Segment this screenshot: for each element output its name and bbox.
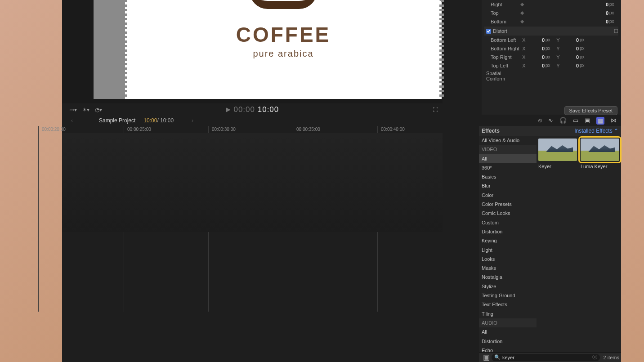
timeline-ruler[interactable]: 00:00:20:00 00:00:25:00 00:00:30:00 00:0…: [62, 126, 443, 133]
ruler-mark: 00:00:25:00: [127, 127, 151, 132]
effects-category-360-[interactable]: 360°: [479, 163, 537, 172]
timeline-header: ‹ Sample Project 10:00 / 10:00 › ⎋ ∿ 🎧 ▭…: [62, 116, 621, 125]
coffee-subtitle: pure arabica: [253, 49, 313, 59]
effects-browser-panel: Effects Installed Effects ⌃ All Video & …: [479, 126, 621, 362]
coffee-label-graphic: COFFEE pure arabica: [125, 0, 442, 99]
effects-category-color[interactable]: Color: [479, 191, 537, 200]
effect-luma-keyer[interactable]: Luma Keyer: [581, 139, 619, 169]
effects-category-all[interactable]: All: [479, 327, 537, 336]
effects-category-nostalgia[interactable]: Nostalgia: [479, 273, 537, 282]
effects-header: Effects Installed Effects ⌃: [479, 126, 621, 136]
ruler-mark: 00:00:40:00: [381, 127, 405, 132]
inspector-panel: Right ◆ 0px Top ◆ 0px Bottom ◆ 0px Disto…: [482, 0, 621, 115]
effects-category-all-video-audio[interactable]: All Video & Audio: [479, 136, 537, 145]
effects-search-input[interactable]: 🔍 keyer ⓧ: [492, 354, 600, 361]
background-left: [0, 0, 62, 362]
effects-category-tiling[interactable]: Tiling: [479, 309, 537, 318]
effects-library-icon[interactable]: ▣: [481, 353, 492, 362]
spatial-conform-row[interactable]: Spatial Conform: [484, 72, 618, 80]
coffee-logo-icon: [250, 0, 317, 9]
effects-category-distortion[interactable]: Distortion: [479, 227, 537, 236]
keyframe-icon[interactable]: ◆: [520, 1, 529, 7]
effect-thumbnail: [581, 139, 619, 161]
effects-category-light[interactable]: Light: [479, 246, 537, 255]
app-window: COFFEE pure arabica ▭▾ ✶▾ ◔▾ ▶ 00:00 10:…: [62, 0, 621, 362]
distort-top-right-row[interactable]: Top Right X0px Y0px: [484, 53, 618, 61]
timeline-view-tools: ⎋ ∿ 🎧 ▭ ▣ ▦ ⋈: [538, 117, 621, 125]
effect-keyer[interactable]: Keyer: [538, 139, 577, 169]
effects-category-basics[interactable]: Basics: [479, 172, 537, 181]
crop-right-row[interactable]: Right ◆ 0px: [484, 0, 618, 9]
coffee-title: COFFEE: [236, 22, 331, 47]
snapping-icon[interactable]: ▭: [573, 117, 578, 125]
timeline-next-icon[interactable]: ›: [192, 117, 193, 124]
effects-category-comic-looks[interactable]: Comic Looks: [479, 209, 537, 218]
distort-top-left-row[interactable]: Top Left X0px Y0px: [484, 61, 618, 70]
distort-checkbox[interactable]: [486, 29, 491, 34]
effects-category-custom[interactable]: Custom: [479, 218, 537, 227]
viewer-timecode[interactable]: ▶ 00:00 10:00: [226, 105, 279, 114]
solo-icon[interactable]: 🎧: [559, 117, 567, 125]
crop-bottom-row[interactable]: Bottom ◆ 0px: [484, 17, 618, 26]
ruler-mark: 00:00:35:00: [296, 127, 320, 132]
timeline-body[interactable]: [62, 133, 443, 232]
timeline-index-icon[interactable]: ▣: [585, 117, 590, 125]
play-icon[interactable]: ▶: [226, 106, 231, 113]
effects-category-blur[interactable]: Blur: [479, 181, 537, 190]
timeline-current-time[interactable]: 10:00: [143, 117, 157, 124]
distort-reveal-icon[interactable]: ☐: [614, 28, 618, 34]
effects-category-audio[interactable]: AUDIO: [479, 318, 537, 327]
effect-thumbnail: [538, 139, 577, 161]
ruler-mark: 00:00:20:00: [42, 127, 66, 132]
search-icon: 🔍: [494, 354, 501, 360]
view-options-icon[interactable]: ▭▾: [67, 107, 80, 113]
distort-label: Distort: [493, 28, 507, 34]
effects-category-looks[interactable]: Looks: [479, 255, 537, 264]
crop-top-row[interactable]: Top ◆ 0px: [484, 9, 618, 17]
transitions-browser-icon[interactable]: ⋈: [611, 117, 617, 125]
transform-tool-icon[interactable]: ✶▾: [80, 107, 92, 113]
effects-category-masks[interactable]: Masks: [479, 264, 537, 273]
viewer-toolbar: ▭▾ ✶▾ ◔▾ ▶ 00:00 10:00 ⛶: [62, 104, 443, 115]
keyframe-icon[interactable]: ◆: [520, 18, 529, 24]
distort-bottom-right-row[interactable]: Bottom Right X0px Y0px: [484, 44, 618, 53]
effects-category-distortion[interactable]: Distortion: [479, 337, 537, 346]
viewer-canvas[interactable]: COFFEE pure arabica: [94, 0, 410, 99]
retime-tool-icon[interactable]: ◔▾: [92, 107, 105, 113]
distort-section-header[interactable]: Distort ☐: [484, 27, 618, 36]
effects-browser-icon[interactable]: ▦: [596, 117, 604, 125]
effects-result-count: 2 items: [604, 355, 619, 360]
installed-effects-dropdown[interactable]: Installed Effects ⌃: [574, 128, 618, 134]
effects-category-text-effects[interactable]: Text Effects: [479, 300, 537, 309]
clear-search-icon[interactable]: ⓧ: [592, 354, 597, 361]
keyframe-icon[interactable]: ◆: [520, 10, 529, 16]
effects-title: Effects: [482, 128, 574, 134]
project-name[interactable]: Sample Project: [99, 117, 135, 124]
ruler-mark: 00:00:30:00: [212, 127, 236, 132]
effects-category-all[interactable]: All: [479, 154, 537, 163]
effects-category-video[interactable]: VIDEO: [479, 145, 537, 154]
effects-category-list[interactable]: All Video & AudioVIDEOAll360°BasicsBlurC…: [479, 136, 537, 352]
audio-skimming-icon[interactable]: ∿: [548, 117, 553, 125]
effects-grid[interactable]: Keyer Luma Keyer: [537, 136, 621, 352]
effects-category-stylize[interactable]: Stylize: [479, 282, 537, 291]
effects-search-bar: ▣ 🔍 keyer ⓧ 2 items: [479, 352, 621, 362]
effects-category-keying[interactable]: Keying: [479, 236, 537, 245]
effects-category-testing-ground[interactable]: Testing Ground: [479, 291, 537, 300]
timeline-prev-icon[interactable]: ‹: [71, 117, 73, 124]
skimming-icon[interactable]: ⎋: [538, 117, 542, 125]
fullscreen-icon[interactable]: ⛶: [433, 107, 438, 113]
background-right: [621, 0, 644, 362]
distort-bottom-left-row[interactable]: Bottom Left X0px Y0px: [484, 36, 618, 44]
viewer[interactable]: COFFEE pure arabica: [62, 0, 443, 103]
effects-category-echo[interactable]: Echo: [479, 346, 537, 352]
effects-category-color-presets[interactable]: Color Presets: [479, 200, 537, 209]
save-effects-preset-button[interactable]: Save Effects Preset: [564, 106, 617, 115]
